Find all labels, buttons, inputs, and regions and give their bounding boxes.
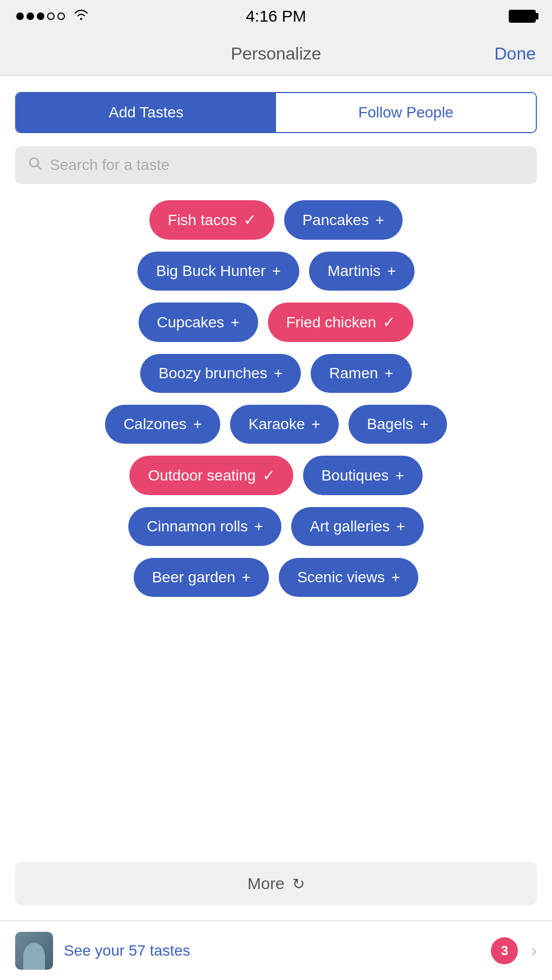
tag-label: Fried chicken [286, 314, 377, 331]
signal-dot-2 [27, 12, 34, 20]
tags-area: Fish tacos ✓ Pancakes + Big Buck Hunter … [0, 184, 552, 862]
tag-bagels[interactable]: Bagels + [349, 405, 447, 444]
tag-cupcakes[interactable]: Cupcakes + [139, 302, 258, 342]
signal-dot-4 [47, 12, 55, 20]
tag-art-galleries[interactable]: Art galleries + [291, 507, 423, 546]
tag-label: Ramen [329, 365, 378, 382]
tag-icon-plus: + [272, 262, 281, 280]
battery-icon [509, 10, 536, 23]
tastes-badge: 3 [491, 937, 518, 964]
tag-label: Beer garden [152, 569, 235, 586]
refresh-icon: ↻ [292, 875, 305, 893]
tag-icon-plus: + [395, 467, 404, 484]
tag-icon-plus: + [396, 518, 405, 535]
tag-cinnamon-rolls[interactable]: Cinnamon rolls + [128, 507, 281, 546]
tag-label: Bagels [367, 416, 413, 433]
wifi-icon [74, 9, 89, 24]
tags-row-3: Cupcakes + Fried chicken ✓ [11, 302, 541, 342]
see-tastes-link[interactable]: See your 57 tastes [64, 942, 480, 959]
tag-label: Martinis [327, 262, 380, 280]
more-button-wrap: More ↻ [0, 862, 552, 920]
signal-dot-3 [37, 12, 44, 20]
done-button[interactable]: Done [495, 44, 536, 64]
tag-pancakes[interactable]: Pancakes + [284, 200, 403, 240]
tag-karaoke[interactable]: Karaoke + [230, 405, 339, 444]
tag-label: Boutiques [321, 467, 389, 484]
tag-label: Scenic views [297, 569, 385, 586]
tags-row-2: Big Buck Hunter + Martinis + [11, 252, 541, 291]
tag-icon-check: ✓ [262, 466, 275, 484]
toggle-row: Add Tastes Follow People [15, 92, 537, 133]
tag-label: Calzones [123, 416, 187, 433]
signal-dots [16, 12, 65, 20]
tag-label: Cinnamon rolls [147, 518, 248, 535]
tag-icon-plus: + [193, 416, 202, 433]
tag-label: Fish tacos [168, 212, 237, 229]
svg-line-1 [37, 166, 41, 169]
tag-icon-plus: + [231, 314, 239, 331]
add-tastes-tab[interactable]: Add Tastes [16, 93, 276, 132]
follow-people-tab[interactable]: Follow People [276, 93, 536, 132]
signal-dot-1 [16, 12, 24, 20]
search-bar[interactable]: Search for a taste [15, 146, 537, 184]
tag-icon-plus: + [420, 416, 429, 433]
tags-row-5: Calzones + Karaoke + Bagels + [11, 405, 541, 444]
tag-outdoor-seating[interactable]: Outdoor seating ✓ [129, 456, 293, 495]
tags-row-1: Fish tacos ✓ Pancakes + [11, 200, 541, 240]
tags-row-8: Beer garden + Scenic views + [11, 558, 541, 597]
tags-row-6: Outdoor seating ✓ Boutiques + [11, 456, 541, 495]
tag-icon-plus: + [387, 262, 396, 280]
tag-boutiques[interactable]: Boutiques + [303, 456, 423, 495]
tag-label: Art galleries [310, 518, 390, 535]
tag-fish-tacos[interactable]: Fish tacos ✓ [149, 200, 274, 240]
more-button[interactable]: More ↻ [15, 862, 537, 905]
more-label: More [247, 874, 284, 893]
tag-label: Karaoke [248, 416, 305, 433]
tag-icon-plus: + [312, 416, 320, 433]
tag-label: Cupcakes [157, 314, 225, 331]
status-time: 4:16 PM [246, 7, 306, 25]
tag-icon-plus: + [391, 569, 400, 586]
bottom-bar: See your 57 tastes 3 › [0, 920, 552, 980]
tag-ramen[interactable]: Ramen + [311, 354, 412, 393]
avatar-figure [23, 943, 45, 970]
main-content: Add Tastes Follow People Search for a ta… [0, 76, 552, 920]
search-placeholder: Search for a taste [50, 156, 169, 174]
tag-label: Pancakes [303, 212, 369, 229]
tag-label: Boozy brunches [159, 365, 267, 382]
tag-big-buck-hunter[interactable]: Big Buck Hunter + [137, 252, 299, 291]
search-icon [28, 156, 42, 174]
tag-icon-check: ✓ [244, 211, 256, 229]
tag-icon-check: ✓ [383, 313, 395, 331]
tag-martinis[interactable]: Martinis + [309, 252, 414, 291]
tag-icon-plus: + [242, 569, 251, 586]
tag-icon-plus: + [254, 518, 263, 535]
tag-calzones[interactable]: Calzones + [105, 405, 220, 444]
tag-icon-plus: + [376, 212, 384, 229]
status-bar: 4:16 PM [0, 0, 552, 32]
page-header: Personalize Done [0, 32, 552, 76]
tags-row-7: Cinnamon rolls + Art galleries + [11, 507, 541, 546]
status-left [16, 9, 89, 24]
tag-label: Outdoor seating [148, 467, 255, 484]
tag-fried-chicken[interactable]: Fried chicken ✓ [268, 302, 414, 342]
avatar [15, 932, 53, 970]
tag-boozy-brunches[interactable]: Boozy brunches + [140, 354, 301, 393]
tag-icon-plus: + [274, 365, 282, 382]
tag-icon-plus: + [385, 365, 393, 382]
tag-label: Big Buck Hunter [156, 262, 265, 280]
tags-row-4: Boozy brunches + Ramen + [11, 354, 541, 393]
avatar-image [15, 932, 53, 970]
chevron-right-icon[interactable]: › [531, 940, 537, 961]
signal-dot-5 [57, 12, 65, 20]
page-title: Personalize [231, 44, 321, 64]
tag-beer-garden[interactable]: Beer garden + [134, 558, 269, 597]
tag-scenic-views[interactable]: Scenic views + [279, 558, 418, 597]
